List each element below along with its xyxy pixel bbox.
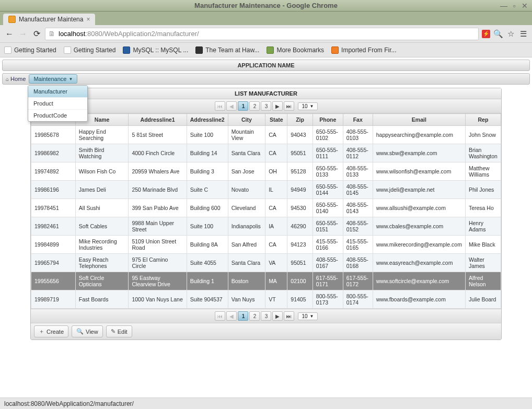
flash-icon[interactable]: ⚡ <box>482 30 490 38</box>
table-cell: 800-555-0174 <box>343 290 373 309</box>
breadcrumb-home[interactable]: ⌂ Home <box>6 76 26 82</box>
minimize-button[interactable]: — <box>500 2 508 10</box>
back-button[interactable]: ← <box>4 29 15 39</box>
bookmarks-bar: Getting StartedGetting StartedMySQL :: M… <box>0 43 532 57</box>
column-header[interactable]: Phone <box>313 114 343 126</box>
column-header[interactable]: State <box>265 114 287 126</box>
browser-tab[interactable]: Manufacturer Maintena × <box>3 14 95 25</box>
page-3-button[interactable]: 3 <box>261 311 271 321</box>
table-cell: 415-555-0166 <box>313 236 343 254</box>
page-size-select[interactable]: 10 ▼ <box>298 312 317 320</box>
page-1-button[interactable]: 1 <box>238 311 248 321</box>
table-row[interactable]: 19984899Mike Recording Industries5109 Un… <box>31 236 501 254</box>
page-next-button[interactable]: ▶ <box>272 311 283 321</box>
bookmark-star-icon[interactable]: ☆ <box>506 29 515 39</box>
page-size-select[interactable]: 10 ▼ <box>298 102 317 110</box>
window-title: Manufacturer Maintenance - Google Chrome <box>194 2 338 9</box>
table-row[interactable]: 19986982Smith Bird Watching4000 Finch Ci… <box>31 144 501 162</box>
create-button[interactable]: ＋Create <box>34 325 68 337</box>
bookmark-item[interactable]: The Team at Haw... <box>195 46 259 54</box>
table-row[interactable]: 19965794Easy Reach Telephones975 El Cami… <box>31 254 501 272</box>
table-cell: 650-555-0111 <box>313 144 343 162</box>
table-row[interactable]: 19982461Soft Cables9988 Main Upper Stree… <box>31 217 501 236</box>
table-cell: 46290 <box>287 217 313 236</box>
reload-button[interactable]: ⟳ <box>31 29 42 39</box>
bookmark-icon <box>4 46 11 54</box>
table-row[interactable]: 19955656Soft Circle Opticians95 Eastway … <box>31 272 501 290</box>
bookmark-item[interactable]: Getting Started <box>4 46 56 54</box>
table-cell: 800-555-0173 <box>313 290 343 309</box>
table-cell: Matthew Williams <box>465 162 501 181</box>
paginator-top: ⏮◀123▶⏭10 ▼ <box>31 99 501 113</box>
app-title: APPLICATION NAME <box>237 62 294 68</box>
bookmark-item[interactable]: MySQL :: MySQL ... <box>123 46 188 54</box>
table-cell: Suite 100 <box>187 126 228 144</box>
table-row[interactable]: 19978451All Sushi399 San Pablo AveBuildi… <box>31 199 501 217</box>
close-button[interactable]: ✕ <box>521 2 529 10</box>
search-icon[interactable]: 🔍 <box>493 29 503 39</box>
table-cell: 02100 <box>287 272 313 290</box>
dropdown-item-product[interactable]: Product <box>28 98 87 110</box>
table-cell: 19965794 <box>31 254 76 272</box>
column-header[interactable]: Email <box>373 114 465 126</box>
page-2-button[interactable]: 2 <box>249 101 260 111</box>
tab-close-icon[interactable]: × <box>86 16 90 23</box>
table-row[interactable]: 19985678Happy End Searching5 81st Street… <box>31 126 501 144</box>
dropdown-item-productcode[interactable]: ProductCode <box>28 110 87 121</box>
panel-title: LIST MANUFACTURER <box>31 88 501 99</box>
address-bar[interactable]: 🗎 localhost:8080/WebApplication2/manufac… <box>45 28 479 40</box>
table-row[interactable]: 19986196James Deli250 Marinade BlvdSuite… <box>31 181 501 199</box>
table-cell: CA <box>265 144 287 162</box>
table-cell: 408-555-0103 <box>343 126 373 144</box>
column-header[interactable]: Addressline2 <box>187 114 228 126</box>
table-cell: 408-555-0143 <box>343 199 373 217</box>
menu-icon[interactable]: ☰ <box>518 29 528 39</box>
table-cell: OH <box>265 162 287 181</box>
edit-label: Edit <box>118 329 128 335</box>
table-cell: VT <box>265 290 287 309</box>
page-2-button[interactable]: 2 <box>249 311 260 321</box>
page-prev-button[interactable]: ◀ <box>226 101 237 111</box>
table-cell: CA <box>265 199 287 217</box>
bookmark-item[interactable]: Imported From Fir... <box>331 46 396 54</box>
page-1-button[interactable]: 1 <box>238 101 248 111</box>
page-prev-button[interactable]: ◀ <box>226 311 237 321</box>
table-cell: IL <box>265 181 287 199</box>
table-cell: Building 1 <box>187 272 228 290</box>
breadcrumb-bar: ⌂ Home Maintenance ▼ ManufacturerProduct… <box>2 73 530 85</box>
page-last-button[interactable]: ⏭ <box>284 101 294 111</box>
column-header[interactable]: City <box>228 114 265 126</box>
page-3-button[interactable]: 3 <box>261 101 271 111</box>
bookmark-item[interactable]: Getting Started <box>64 46 116 54</box>
table-cell: 19974892 <box>31 162 76 181</box>
forward-button[interactable]: → <box>18 29 28 39</box>
table-cell: Indianapolis <box>228 217 265 236</box>
table-cell: www.softcircle@example.com <box>373 272 465 290</box>
table-cell: 5 81st Street <box>129 126 187 144</box>
column-header[interactable]: Rep <box>465 114 501 126</box>
table-cell: 91405 <box>287 290 313 309</box>
edit-button[interactable]: ✎Edit <box>106 325 132 337</box>
page-first-button[interactable]: ⏮ <box>215 311 225 321</box>
table-cell: Soft Cables <box>75 217 129 236</box>
maximize-button[interactable]: ▫ <box>510 2 518 10</box>
chevron-down-icon: ▼ <box>310 314 314 319</box>
view-button[interactable]: 🔍View <box>72 325 103 337</box>
bookmark-item[interactable]: More Bookmarks <box>267 46 324 54</box>
table-cell: 617-555-0171 <box>313 272 343 290</box>
maintenance-menu[interactable]: Maintenance ▼ <box>29 74 77 84</box>
table-row[interactable]: 19974892Wilson Fish Co20959 Whalers AveB… <box>31 162 501 181</box>
page-first-button[interactable]: ⏮ <box>215 101 225 111</box>
page-last-button[interactable]: ⏭ <box>284 311 294 321</box>
table-cell: Cleveland <box>228 199 265 217</box>
table-row[interactable]: 19989719Fast Boards1000 Van Nuys LaneSui… <box>31 290 501 309</box>
column-header[interactable]: Addressline1 <box>129 114 187 126</box>
page-next-button[interactable]: ▶ <box>272 101 283 111</box>
dropdown-item-manufacturer[interactable]: Manufacturer <box>28 86 87 98</box>
table-cell: 415-555-0165 <box>343 236 373 254</box>
column-header[interactable]: Fax <box>343 114 373 126</box>
table-cell: Van Nuys <box>228 290 265 309</box>
table-cell: MA <box>265 272 287 290</box>
column-header[interactable]: Zip <box>287 114 313 126</box>
table-cell: VA <box>265 254 287 272</box>
